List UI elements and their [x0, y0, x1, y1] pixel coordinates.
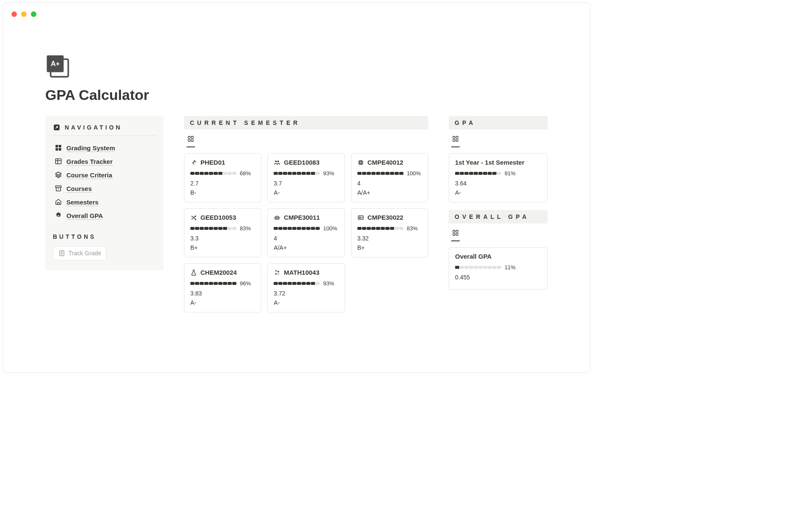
- svg-rect-4: [55, 145, 58, 147]
- svg-rect-30: [456, 230, 458, 232]
- badge-icon: [55, 212, 62, 219]
- svg-point-15: [194, 160, 195, 161]
- progress-bar: [357, 172, 403, 175]
- progress-bar: [274, 282, 320, 285]
- course-grade: A-: [274, 189, 338, 196]
- svg-rect-28: [456, 139, 458, 141]
- progress-bar: [455, 172, 501, 175]
- gallery-view-tab[interactable]: [187, 133, 195, 147]
- chip-icon: [357, 159, 364, 166]
- course-card[interactable]: MATH1004393%3.72A-: [267, 263, 345, 312]
- course-card[interactable]: GEED1008393%3.7A-: [267, 153, 345, 202]
- course-cards-grid: PHED0168%2.7B-GEED1008393%3.7A-CMPE40012…: [184, 153, 428, 312]
- gpa-value: 3.64: [455, 180, 541, 187]
- gallery-view-tab-overall[interactable]: [451, 227, 460, 241]
- course-percent: 100%: [407, 170, 421, 177]
- svg-rect-18: [359, 161, 362, 164]
- course-code: GEED10083: [284, 159, 319, 166]
- course-gpa: 2.7: [190, 180, 255, 187]
- progress-bar: [357, 227, 403, 230]
- nav-item-courses[interactable]: Courses: [53, 182, 156, 195]
- course-code: CHEM20024: [200, 269, 237, 276]
- svg-rect-13: [188, 139, 190, 141]
- course-gpa: 3.3: [190, 235, 255, 242]
- progress-bar: [190, 227, 236, 230]
- nav-item-grades-tracker[interactable]: Grades Tracker: [53, 155, 156, 168]
- course-grade: B+: [357, 244, 422, 251]
- minimize-window-button[interactable]: [21, 11, 27, 17]
- overall-value: 0.455: [455, 274, 541, 281]
- overall-card-title: Overall GPA: [455, 253, 541, 260]
- calc-icon: [274, 269, 280, 276]
- nav-item-course-criteria[interactable]: Course Criteria: [53, 168, 156, 182]
- course-grade: A-: [274, 299, 338, 306]
- course-grade: B-: [190, 189, 255, 196]
- svg-rect-31: [453, 233, 455, 235]
- svg-rect-11: [188, 136, 190, 138]
- course-gpa: 3.72: [274, 290, 338, 297]
- layers-icon: [55, 171, 62, 179]
- table-icon: [55, 157, 62, 165]
- gallery-icon: [452, 135, 459, 142]
- current-semester-section: CURRENT SEMESTER PHED0168%2.7B-GEED10083…: [184, 116, 428, 312]
- svg-rect-9: [55, 186, 61, 188]
- course-card[interactable]: PHED0168%2.7B-: [184, 153, 261, 202]
- id-icon: [357, 214, 364, 221]
- nav-item-grading-system[interactable]: Grading System: [53, 141, 156, 155]
- current-semester-heading: CURRENT SEMESTER: [184, 116, 428, 130]
- gpa-grade: A-: [455, 189, 541, 196]
- gpa-card-title: 1st Year - 1st Semester: [455, 159, 541, 166]
- gpa-percent: 91%: [505, 170, 516, 177]
- course-percent: 100%: [323, 225, 337, 232]
- gpa-card[interactable]: 1st Year - 1st Semester 91% 3.64 A-: [449, 153, 548, 202]
- course-card[interactable]: GEED1005383%3.3B+: [184, 208, 261, 257]
- svg-point-21: [276, 217, 277, 218]
- svg-rect-8: [55, 159, 61, 164]
- people-icon: [274, 159, 280, 166]
- sidebar: NAVIGATION Grading System Grades Tracker…: [45, 116, 164, 271]
- course-card[interactable]: CMPE30011100%4A/A+: [267, 208, 345, 257]
- nav-item-overall-gpa[interactable]: Overall GPA: [53, 209, 156, 222]
- maximize-window-button[interactable]: [31, 11, 36, 17]
- svg-rect-26: [456, 136, 458, 138]
- robot-icon: [274, 214, 280, 221]
- svg-point-22: [277, 217, 278, 218]
- svg-text:A+: A+: [51, 60, 60, 67]
- track-grade-button[interactable]: Track Grade: [53, 246, 107, 260]
- svg-rect-25: [453, 136, 455, 138]
- note-icon: [58, 250, 65, 257]
- course-card[interactable]: CHEM2002496%3.83A-: [184, 263, 261, 312]
- nav-heading: NAVIGATION: [53, 124, 156, 131]
- page-icon-grade: A+: [45, 54, 70, 78]
- gallery-icon: [187, 135, 194, 142]
- school-icon: [55, 198, 62, 206]
- course-grade: B+: [190, 244, 255, 251]
- course-card[interactable]: CMPE40012100%4A/A+: [351, 153, 428, 202]
- svg-rect-5: [59, 145, 61, 147]
- progress-bar: [455, 266, 501, 269]
- close-window-button[interactable]: [11, 11, 17, 17]
- gpa-section: GPA 1st Year - 1st Semester 91% 3.64 A- …: [449, 116, 548, 295]
- overall-gpa-heading: OVERALL GPA: [449, 210, 548, 224]
- course-code: GEED10053: [200, 214, 236, 221]
- course-percent: 83%: [240, 225, 251, 232]
- course-percent: 93%: [323, 280, 334, 287]
- course-gpa: 4: [357, 180, 422, 187]
- svg-point-24: [359, 217, 360, 218]
- course-percent: 83%: [407, 225, 418, 232]
- course-card[interactable]: CMPE3002283%3.32B+: [351, 208, 428, 257]
- flask-icon: [190, 269, 197, 276]
- page-title: GPA Calculator: [45, 87, 548, 103]
- overall-gpa-card[interactable]: Overall GPA 11% 0.455: [449, 247, 548, 290]
- svg-rect-7: [59, 148, 61, 151]
- external-link-icon: [53, 124, 60, 131]
- svg-rect-12: [191, 136, 193, 138]
- svg-rect-19: [360, 162, 362, 163]
- gallery-view-tab-gpa[interactable]: [451, 133, 460, 147]
- course-percent: 96%: [240, 280, 251, 287]
- svg-rect-23: [358, 215, 363, 219]
- course-gpa: 3.32: [357, 235, 422, 242]
- course-grade: A-: [190, 299, 255, 306]
- nav-item-semesters[interactable]: Semesters: [53, 195, 156, 209]
- course-gpa: 3.7: [274, 180, 338, 187]
